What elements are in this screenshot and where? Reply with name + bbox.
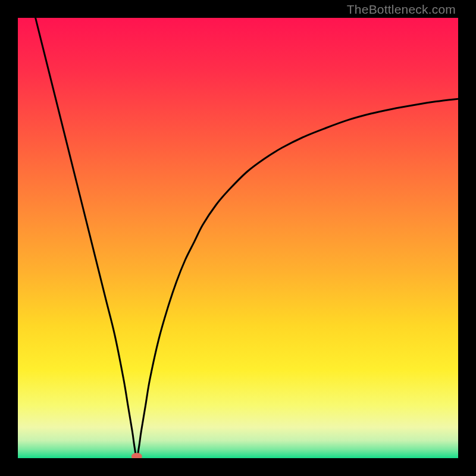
chart-frame <box>18 18 458 458</box>
bottleneck-chart <box>18 18 458 458</box>
watermark-text: TheBottleneck.com <box>347 2 456 17</box>
gradient-background <box>18 18 458 458</box>
